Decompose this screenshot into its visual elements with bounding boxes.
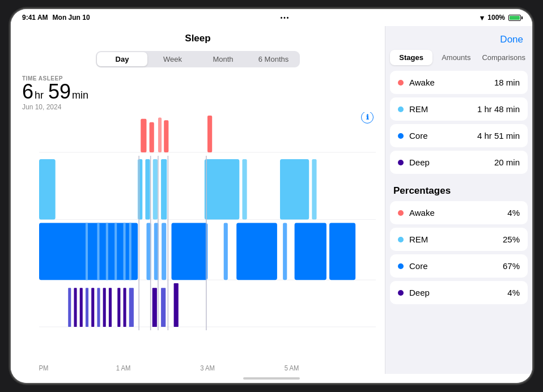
- svg-rect-26: [39, 223, 138, 280]
- pct-awake-label: Awake: [409, 208, 507, 218]
- pct-deep-dot: [398, 290, 404, 296]
- awake-dot: [398, 80, 404, 86]
- right-panel-content: Awake 18 min REM 1 hr 48 min Core 4 hr 5…: [385, 71, 532, 374]
- status-bar: 9:41 AM Mon Jun 10 ••• ▾ 100%: [11, 9, 532, 26]
- sleep-info: TIME ASLEEP 6 hr 59 min Jun 10, 2024: [11, 71, 385, 112]
- svg-rect-23: [242, 159, 247, 220]
- core-stage-value: 4 hr 51 min: [477, 131, 520, 140]
- status-time: 9:41 AM: [22, 14, 48, 22]
- svg-rect-41: [329, 223, 355, 280]
- pct-row-core: Core 67%: [390, 254, 528, 278]
- tab-day[interactable]: Day: [97, 52, 147, 66]
- pct-row-awake: Awake 4%: [390, 201, 528, 224]
- rem-dot: [398, 106, 404, 112]
- svg-rect-13: [150, 122, 154, 152]
- svg-rect-17: [39, 159, 56, 220]
- svg-rect-27: [86, 223, 88, 280]
- stage-row-rem: REM 1 hr 48 min: [390, 97, 528, 121]
- sleep-label: TIME ASLEEP: [22, 75, 374, 82]
- right-header: Done: [385, 26, 532, 50]
- tab-month[interactable]: Month: [198, 52, 248, 66]
- sleep-hours: 6: [22, 82, 33, 102]
- svg-rect-12: [141, 119, 146, 152]
- svg-rect-40: [295, 223, 326, 280]
- home-indicator: [243, 377, 300, 380]
- stage-row-awake: Awake 18 min: [390, 71, 528, 94]
- tab-amounts[interactable]: Amounts: [435, 50, 477, 65]
- svg-rect-55: [174, 283, 179, 327]
- svg-rect-44: [80, 288, 83, 327]
- svg-rect-47: [97, 288, 100, 327]
- rem-stage-value: 1 hr 48 min: [477, 104, 520, 114]
- svg-rect-37: [224, 223, 228, 280]
- svg-text:3 AM: 3 AM: [200, 364, 215, 372]
- pct-deep-label: Deep: [409, 288, 507, 297]
- svg-rect-18: [138, 159, 142, 220]
- svg-rect-54: [161, 288, 166, 327]
- wifi-icon: ▾: [480, 14, 484, 22]
- stage-row-deep: Deep 20 min: [390, 151, 528, 174]
- right-panel: Done Stages Amounts Comparisons Awake 18…: [385, 26, 532, 374]
- pct-deep-value: 4%: [507, 288, 520, 297]
- svg-rect-38: [236, 223, 277, 280]
- svg-rect-36: [172, 223, 207, 280]
- tab-6months[interactable]: 6 Months: [248, 52, 299, 66]
- svg-rect-19: [145, 159, 150, 220]
- awake-stage-label: Awake: [409, 78, 494, 87]
- svg-rect-43: [74, 288, 77, 327]
- pct-rem-label: REM: [409, 235, 503, 244]
- done-button[interactable]: Done: [500, 34, 523, 45]
- deep-stage-label: Deep: [409, 157, 494, 167]
- svg-rect-51: [124, 288, 126, 327]
- svg-rect-32: [129, 223, 131, 280]
- pct-awake-value: 4%: [507, 208, 520, 218]
- pct-core-dot: [398, 263, 404, 269]
- svg-rect-45: [86, 288, 88, 327]
- svg-rect-30: [114, 223, 117, 280]
- app-title: Sleep: [185, 33, 210, 44]
- tab-stages[interactable]: Stages: [390, 50, 432, 65]
- core-dot: [398, 133, 404, 139]
- sleep-minutes: 59: [48, 82, 71, 102]
- svg-text:5 AM: 5 AM: [285, 364, 299, 372]
- svg-rect-46: [91, 288, 94, 327]
- svg-rect-15: [164, 120, 168, 152]
- svg-rect-35: [162, 223, 166, 280]
- sleep-min-unit: min: [72, 90, 88, 100]
- deep-stage-value: 20 min: [494, 157, 520, 167]
- pct-core-value: 67%: [503, 261, 520, 271]
- pct-rem-value: 25%: [503, 235, 520, 244]
- stage-row-core: Core 4 hr 51 min: [390, 124, 528, 147]
- svg-rect-52: [129, 288, 134, 327]
- app-title-bar: Sleep: [11, 26, 385, 48]
- left-panel: Sleep Day Week Month 6 Months TIME ASLEE…: [11, 26, 385, 374]
- home-indicator-bar: [11, 374, 532, 383]
- tab-comparisons[interactable]: Comparisons: [480, 50, 528, 65]
- svg-rect-24: [280, 159, 309, 220]
- deep-dot: [398, 160, 404, 165]
- svg-rect-31: [124, 223, 126, 280]
- sleep-chart: Awake REM Core Deep 11 PM 1 AM 3 AM 5 AM: [39, 112, 376, 374]
- tab-week[interactable]: Week: [147, 52, 198, 66]
- pct-rem-dot: [398, 237, 404, 242]
- svg-text:1 AM: 1 AM: [116, 364, 131, 372]
- ipad-frame: 9:41 AM Mon Jun 10 ••• ▾ 100% Sleep Day …: [11, 9, 532, 383]
- rem-stage-label: REM: [409, 104, 477, 114]
- svg-rect-20: [153, 159, 158, 220]
- svg-rect-42: [68, 288, 71, 327]
- svg-rect-50: [117, 288, 120, 327]
- svg-rect-16: [207, 116, 212, 152]
- time-tabs: Day Week Month 6 Months: [96, 51, 300, 67]
- core-stage-label: Core: [409, 131, 477, 140]
- awake-stage-value: 18 min: [494, 78, 520, 87]
- sleep-hr-unit: hr: [35, 90, 44, 100]
- pct-row-rem: REM 25%: [390, 228, 528, 251]
- chart-area: ℹ Awake REM Core Deep 11 PM 1 AM 3 AM: [11, 112, 385, 374]
- svg-rect-49: [109, 288, 112, 327]
- pct-core-label: Core: [409, 261, 503, 271]
- status-dots: •••: [281, 15, 290, 21]
- right-panel-tabs: Stages Amounts Comparisons: [385, 50, 532, 71]
- content-area: Sleep Day Week Month 6 Months TIME ASLEE…: [11, 26, 532, 374]
- svg-rect-22: [205, 159, 239, 220]
- battery-pct: 100%: [487, 14, 505, 22]
